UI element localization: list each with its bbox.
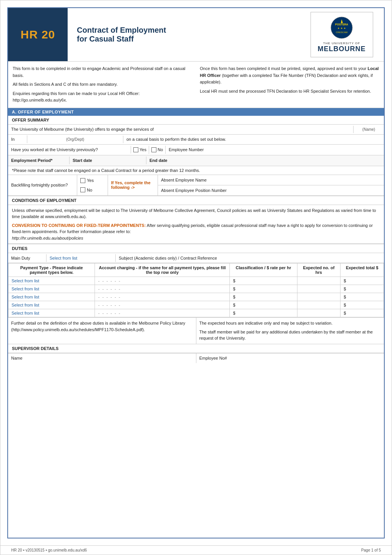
further-detail-right-p1: The expected hours are indicative only a…: [199, 320, 381, 327]
svg-text:CRESCAM: CRESCAM: [336, 31, 347, 33]
intro-right-p1b: (together with a completed Tax File Numb…: [200, 73, 373, 85]
main-duty-label: Main Duty: [8, 254, 47, 262]
supervisor-name-cell: Name: [8, 353, 196, 363]
account-dashes-cell-0: - - - - - -: [95, 277, 230, 285]
expected-total-cell-3: $: [341, 301, 384, 309]
expected-hrs-cell-4: [297, 309, 341, 317]
account-dashes-cell-4: - - - - - -: [95, 309, 230, 317]
footer-right: Page 1 of 5: [361, 548, 381, 552]
title-line1: Contract of Employment: [77, 26, 166, 35]
footer-left: HR 20 • v20130515 • go.unimelb.edu.au/xd…: [11, 548, 87, 552]
payment-table-row: Select from list - - - - - - $ $: [8, 285, 384, 293]
classification-header: Classification / $ rate per hr: [230, 263, 297, 277]
expected-total-cell-2: $: [341, 293, 384, 301]
logo-text-top: THE UNIVERSITY OF: [318, 42, 366, 45]
absent-employee-name: Absent Employee Name: [158, 175, 384, 185]
worked-previously-label: Have you worked at the University previo…: [8, 146, 131, 153]
logo-text-bottom: MELBOURNE: [318, 45, 366, 53]
intro-right-p2: Local HR must send the processed TFN Dec…: [200, 88, 379, 95]
backfill-yes-option[interactable]: Yes: [80, 178, 105, 183]
account-charging-header: Account charging - if the same for all p…: [95, 263, 230, 277]
no-checkbox-cell[interactable]: No: [149, 146, 166, 154]
expected-hrs-cell-0: [297, 277, 341, 285]
payment-select-cell-1[interactable]: Select from list: [8, 285, 95, 293]
further-detail-left: Further detail on the definition of the …: [8, 318, 196, 344]
no-checkbox-icon[interactable]: [151, 147, 156, 152]
payment-table: Payment Type - Please indicate payment t…: [8, 263, 384, 317]
payment-select-cell-3[interactable]: Select from list: [8, 301, 95, 309]
org-dept-row: In (Org/Dept) on a casual basis to perfo…: [8, 135, 384, 145]
conversion-bold-label: CONVERSION TO CONTINUING OR FIXED-TERM A…: [12, 223, 146, 228]
svg-text:✦ ✦ ✦: ✦ ✦ ✦: [337, 27, 346, 30]
further-detail-right: The expected hours are indicative only a…: [196, 318, 384, 344]
intro-left-p3: Enquiries regarding this form can be mad…: [13, 90, 192, 104]
backfill-yes-checkbox[interactable]: [80, 178, 85, 183]
duties-header: DUTIES: [8, 244, 384, 253]
payment-select-cell-0[interactable]: Select from list: [8, 277, 95, 285]
payment-select-cell-4[interactable]: Select from list: [8, 309, 95, 317]
backfilling-label: Backfilling fortnightly position?: [8, 175, 77, 195]
end-date-area: End date: [146, 157, 384, 164]
start-date-label: Start date: [70, 157, 146, 164]
classification-dollar-cell-1: $: [230, 285, 297, 293]
svg-text:POSTERA: POSTERA: [335, 23, 348, 26]
further-detail-right-p2: The staff member will be paid for any ad…: [199, 329, 381, 342]
expected-total-header: Expected total $: [341, 263, 384, 277]
engage-text: The University of Melbourne (the Univers…: [8, 125, 353, 133]
supervisor-header: SUPERVISOR DETAILS: [8, 344, 384, 353]
yes-checkbox-cell[interactable]: Yes: [131, 146, 149, 154]
intro-right: Once this form has been completed it mus…: [200, 65, 379, 104]
payment-table-row: Select from list - - - - - - $ $: [8, 309, 384, 317]
backfill-right-panel: Absent Employee Name Absent Employee Pos…: [158, 175, 384, 195]
backfill-no-option[interactable]: No: [80, 187, 105, 192]
casual-basis-text: on a casual basis to perform the duties …: [123, 135, 384, 143]
page: HR 20 Contract of Employment for Casual …: [0, 0, 392, 555]
org-dept-label: (Org/Dept): [27, 136, 123, 143]
offer-summary-header: OFFER SUMMARY: [8, 116, 384, 125]
backfill-no-checkbox[interactable]: [80, 187, 85, 192]
payment-select-cell-2[interactable]: Select from list: [8, 293, 95, 301]
backfill-yes-label: Yes: [87, 178, 94, 183]
end-date-label: End date: [149, 158, 167, 163]
expected-hrs-cell-1: [297, 285, 341, 293]
supervisor-row: Name Employee No#: [8, 353, 384, 363]
intro-section: This form is to be completed in order to…: [8, 62, 384, 108]
account-dashes-cell-2: - - - - - -: [95, 293, 230, 301]
expected-hrs-cell-2: [297, 293, 341, 301]
classification-dollar-cell-3: $: [230, 301, 297, 309]
employee-number-label: Employee Number: [169, 147, 204, 152]
logo-area: POSTERA ✦ ✦ ✦ CRESCAM THE UNIVERSITY OF …: [299, 8, 384, 61]
backfill-no-label: No: [87, 188, 92, 192]
expected-hrs-cell-3: [297, 301, 341, 309]
duties-subject-label: Subject (Academic duties only) / Contrac…: [116, 254, 384, 262]
university-crest-icon: POSTERA ✦ ✦ ✦ CRESCAM: [330, 16, 353, 39]
employment-period-row: Employment Period* Start date End date: [8, 155, 384, 166]
page-footer: HR 20 • v20130515 • go.unimelb.edu.au/xd…: [0, 545, 392, 555]
classification-dollar-cell-2: $: [230, 293, 297, 301]
form-code: HR 20: [20, 28, 55, 41]
duties-main-row: Main Duty Select from list Subject (Acad…: [8, 253, 384, 263]
expected-total-cell-0: $: [341, 277, 384, 285]
backfill-if-yes: If Yes, complete the following ->: [108, 175, 158, 195]
expected-hrs-header: Expected no. of hrs: [297, 263, 341, 277]
classification-dollar-cell-0: $: [230, 277, 297, 285]
name-label: (Name): [353, 126, 384, 133]
absent-employee-position: Absent Employee Position Number: [158, 185, 384, 195]
payment-header-row: Payment Type - Please indicate payment t…: [8, 263, 384, 277]
payment-table-row: Select from list - - - - - - $ $: [8, 301, 384, 309]
account-dashes-cell-3: - - - - - -: [95, 301, 230, 309]
yes-checkbox-icon[interactable]: [133, 147, 138, 152]
casual-note: *Please note that staff cannot be engage…: [8, 166, 384, 175]
expected-total-cell-4: $: [341, 309, 384, 317]
conditions-conversion: CONVERSION TO CONTINUING OR FIXED-TERM A…: [12, 222, 380, 242]
form-code-panel: HR 20: [8, 8, 68, 61]
payment-table-row: Select from list - - - - - - $ $: [8, 293, 384, 301]
header: HR 20 Contract of Employment for Casual …: [8, 8, 384, 62]
further-detail: Further detail on the definition of the …: [8, 317, 384, 344]
worked-previously-row: Have you worked at the University previo…: [8, 145, 384, 155]
expected-total-cell-1: $: [341, 285, 384, 293]
intro-right-p1-text: Once this form has been completed it mus…: [200, 66, 368, 71]
duties-select-cell[interactable]: Select from list: [47, 254, 116, 262]
section-a-header: A. OFFER OF EMPLOYMENT: [8, 108, 384, 116]
intro-left-p1: This form is to be completed in order to…: [13, 65, 192, 79]
